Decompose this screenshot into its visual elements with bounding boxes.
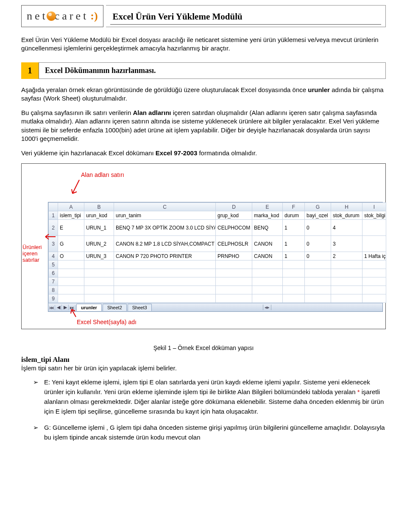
row-number: 8	[49, 286, 58, 294]
callout-label: satırlar	[22, 257, 48, 263]
figure-caption: Şekil 1 – Örnek Excel döküman yapısı	[21, 344, 386, 351]
cell	[362, 236, 386, 252]
callout-sheet-name: Excel Sheet(sayfa) adı	[77, 319, 137, 325]
cell	[58, 260, 84, 269]
text-bold: urunler	[308, 86, 330, 93]
paragraph-1: Aşağıda yeralan örnek ekran görüntüsünde…	[21, 86, 386, 103]
cell: URUN_3	[84, 252, 114, 260]
row-number: 4	[49, 252, 58, 260]
text: E: Yeni kayıt ekleme işlemi, işlem tipi …	[44, 378, 370, 395]
text-bold: Excel 97-2003	[156, 149, 197, 157]
row-number: 5	[49, 260, 58, 269]
cell: bayi_ozel	[305, 211, 331, 220]
row-number: 6	[49, 269, 58, 277]
cell: URUN_1	[84, 220, 114, 236]
cell: G	[58, 236, 84, 252]
tab-nav-first-icon[interactable]: ⏮	[48, 305, 55, 310]
logo-text: netcaret:)	[27, 10, 98, 22]
col-header: A	[58, 203, 84, 211]
text: G: Güncelleme işlemi , G işlem tipi daha…	[44, 424, 385, 441]
table-row: 9	[49, 294, 386, 303]
col-header: G	[305, 203, 331, 211]
col-header: H	[331, 203, 362, 211]
table-row: 8	[49, 286, 386, 294]
excel-table: A B C D E F G H I 1 islem_tipi urun_kod …	[48, 202, 386, 303]
cell: O	[58, 252, 84, 260]
cell: URUN_2	[84, 236, 114, 252]
callout-header-row: Alan adları satırı	[81, 171, 124, 178]
page-title: Excel Ürün Veri Yükleme Modülü	[113, 11, 243, 22]
cell: stok_bilgi	[362, 211, 386, 220]
cell: 1	[283, 252, 305, 260]
logo: netcaret:)	[21, 5, 103, 27]
sheet-tab-sheet3[interactable]: Sheet3	[128, 304, 152, 311]
figure-excel-screenshot: Alan adları satırı Ürünleri içeren satır…	[21, 163, 386, 329]
cell: stok_durum	[331, 211, 362, 220]
field-names-row: 1 islem_tipi urun_kod urun_tanim grup_ko…	[49, 211, 386, 220]
section-header: 1 Excel Dökümanının hazırlanması.	[21, 62, 386, 79]
table-row: 5	[49, 260, 386, 269]
tab-nav-prev-icon[interactable]: ◀	[55, 305, 62, 310]
doc-title-box: Excel Ürün Veri Yükleme Modülü	[106, 5, 386, 27]
cell: 0	[305, 236, 331, 252]
table-row: 3 G URUN_2 CANON 8.2 MP 1.8 LCD SİYAH,CO…	[49, 236, 386, 252]
text: formatında olmalıdır.	[197, 149, 257, 157]
table-row: 7	[49, 277, 386, 286]
row-number: 1	[49, 211, 58, 220]
cell: E	[58, 220, 84, 236]
paragraph-2: Bu çalışma sayfasının ilk satırı veriler…	[21, 109, 386, 143]
arrow-up-icon	[70, 308, 78, 318]
table-row: 4 O URUN_3 CANON P 720 PHOTO PRINTER PRN…	[49, 252, 386, 260]
callout-product-rows: Ürünleri içeren satırlar	[22, 244, 48, 263]
col-header-row: A B C D E F G H I	[49, 203, 386, 211]
title-underline	[110, 24, 381, 25]
cell: CANON 8.2 MP 1.8 LCD SİYAH,COMPACT FLASH	[114, 236, 216, 252]
arrow-down-icon	[70, 179, 82, 196]
cell: 1	[283, 220, 305, 236]
cell: marka_kod	[252, 211, 283, 220]
callout-label: Ürünleri	[22, 244, 48, 251]
paragraph-3: Veri yükleme için hazırlanacak Excel dök…	[21, 149, 386, 157]
cell: durum	[283, 211, 305, 220]
cell: urun_kod	[84, 211, 114, 220]
table-row: 2 E URUN_1 BENQ 7 MP 3X OPTİK ZOOM 3.0 L…	[49, 220, 386, 236]
col-header: F	[283, 203, 305, 211]
col-header: C	[114, 203, 216, 211]
sheet-tab-bar: ⏮ ◀ ▶ ⏭ urunler Sheet2 Sheet3 ◂▸	[48, 303, 382, 311]
cell: 1 Hafta için	[362, 252, 386, 260]
cell: 4	[331, 220, 362, 236]
cell: CANON P 720 PHOTO PRINTER	[114, 252, 216, 260]
bullet-list: E: Yeni kayıt ekleme işlemi, işlem tipi …	[33, 377, 386, 442]
arrow-left-icon	[44, 231, 56, 244]
doc-header: netcaret:) Excel Ürün Veri Yükleme Modül…	[21, 5, 386, 27]
text: Veri yükleme için hazırlanacak Excel dök…	[21, 149, 156, 157]
subheading-desc: İşlem tipi satırı her bir ürün için yapı…	[21, 364, 386, 372]
callout-label: Alan adları satırı	[81, 171, 124, 178]
logo-part-pre: net	[27, 10, 48, 22]
bullet-e: E: Yeni kayıt ekleme işlemi, işlem tipi …	[33, 377, 386, 417]
logo-part-post: caret	[55, 10, 89, 22]
cell: 3	[331, 236, 362, 252]
callout-label: içeren	[22, 251, 48, 257]
text-bold: Alan adlarını	[133, 109, 171, 116]
tab-nav-next-icon[interactable]: ▶	[62, 305, 69, 310]
cell: BENQ 7 MP 3X OPTİK ZOOM 3.0 LCD SİYAH,SD	[114, 220, 216, 236]
logo-smile-icon: :)	[90, 10, 98, 22]
cell: 0	[305, 220, 331, 236]
scrollbar[interactable]: ◂▸	[152, 305, 382, 310]
sheet-tab-sheet2[interactable]: Sheet2	[103, 304, 127, 311]
text: Bu çalışma sayfasının ilk satırı veriler…	[21, 109, 133, 116]
col-header: D	[216, 203, 252, 211]
cell: 2	[331, 252, 362, 260]
cell: CELPHOCOM	[216, 220, 252, 236]
logo-ball-icon	[47, 11, 56, 21]
subheading-islem-tipi: islem_tipi Alanı	[21, 356, 386, 364]
intro-paragraph: Exel Ürün Veri Yükleme Modülü bir Excel …	[21, 36, 386, 53]
sheet-tab-urunler[interactable]: urunler	[76, 304, 102, 311]
corner-cell	[49, 203, 58, 211]
cell	[362, 220, 386, 236]
col-header: I	[362, 203, 386, 211]
cell: grup_kod	[216, 211, 252, 220]
cell: CANON	[252, 236, 283, 252]
excel-grid: A B C D E F G H I 1 islem_tipi urun_kod …	[48, 202, 383, 312]
